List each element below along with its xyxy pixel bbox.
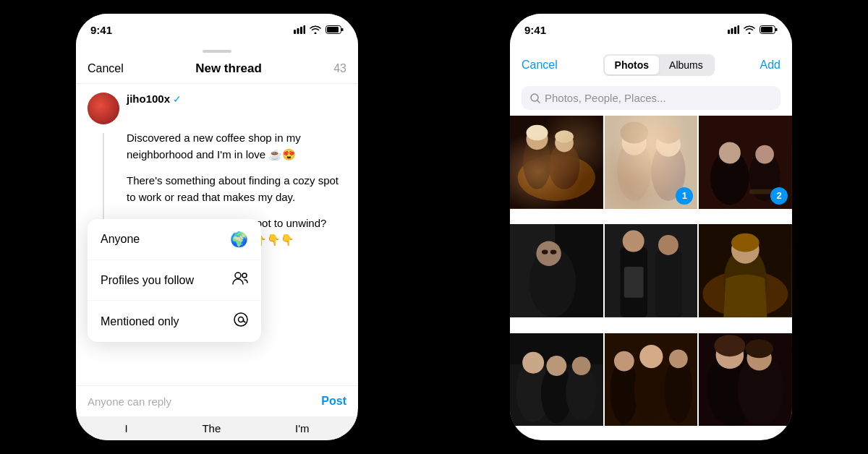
svg-rect-19 [510, 116, 603, 209]
svg-rect-5 [327, 27, 339, 33]
signal-icon [294, 25, 305, 34]
svg-point-10 [239, 317, 244, 322]
dropdown-item-anyone[interactable]: Anyone 🌍 [88, 219, 261, 260]
char-count: 43 [333, 62, 346, 75]
svg-rect-13 [734, 27, 736, 34]
svg-point-31 [620, 122, 648, 144]
photo-search-bar[interactable]: Photos, People, Places... [522, 86, 780, 110]
svg-point-30 [621, 130, 646, 155]
svg-rect-11 [728, 30, 730, 34]
photo-cell-9[interactable] [699, 333, 792, 427]
dropdown-item-profiles[interactable]: Profiles you follow [88, 260, 261, 301]
svg-rect-2 [300, 27, 302, 34]
thread-title: New thread [195, 61, 262, 76]
svg-point-74 [639, 345, 663, 368]
dropdown-overlay: Anyone 🌍 Profiles you follow [88, 219, 346, 342]
username-area: jiho100x ✓ [127, 93, 182, 105]
wifi-icon-right [744, 25, 755, 34]
profiles-icon [232, 272, 248, 288]
dropdown-label-profiles: Profiles you follow [101, 274, 194, 287]
svg-point-83 [715, 335, 746, 356]
tab-photos[interactable]: Photos [605, 56, 659, 74]
battery-icon [326, 25, 344, 34]
search-placeholder: Photos, People, Places... [545, 92, 666, 104]
svg-point-20 [518, 155, 595, 201]
wifi-icon [310, 25, 321, 34]
svg-rect-27 [605, 116, 698, 209]
svg-rect-50 [605, 224, 698, 317]
status-time-right: 9:41 [524, 24, 546, 36]
photo-cell-5[interactable] [605, 224, 698, 317]
svg-point-72 [614, 351, 634, 371]
photo-cell-8[interactable] [605, 333, 698, 427]
dropdown-label-anyone: Anyone [101, 233, 140, 246]
post-header: jiho100x ✓ [88, 93, 346, 124]
photo-cell-1[interactable] [510, 116, 603, 209]
svg-rect-6 [341, 28, 344, 31]
svg-rect-0 [294, 30, 296, 34]
svg-point-49 [550, 250, 557, 254]
svg-rect-1 [297, 28, 299, 34]
suggestion-2[interactable]: The [202, 422, 221, 434]
svg-point-29 [617, 139, 651, 201]
svg-point-25 [527, 125, 548, 140]
svg-point-23 [549, 143, 580, 189]
svg-point-76 [669, 349, 688, 368]
photo-cell-3[interactable]: 2 [699, 116, 792, 209]
thread-body: jiho100x ✓ Discovered a new coffee shop … [76, 84, 358, 385]
cancel-button[interactable]: Cancel [88, 62, 124, 75]
username-row: jiho100x ✓ [127, 93, 182, 105]
thread-footer: Anyone can reply Post [76, 385, 358, 416]
verified-icon: ✓ [173, 93, 182, 105]
photo-cell-7[interactable] [510, 333, 603, 427]
status-bar-right: 9:41 [510, 14, 792, 46]
status-icons-left [294, 25, 344, 34]
photo-cancel-button[interactable]: Cancel [522, 59, 558, 72]
photo-add-button[interactable]: Add [760, 59, 780, 72]
avatar [88, 93, 119, 124]
status-bar-left: 9:41 [76, 14, 358, 46]
status-icons-right [728, 25, 778, 34]
dropdown-item-mentioned[interactable]: Mentioned only [88, 301, 261, 342]
username: jiho100x [127, 93, 170, 105]
avatar-image [88, 93, 119, 124]
photo-cell-4[interactable] [510, 224, 603, 317]
svg-point-26 [555, 130, 574, 142]
svg-point-34 [655, 125, 680, 144]
svg-rect-14 [738, 25, 740, 34]
right-phone: 9:41 [434, 0, 868, 454]
signal-icon-right [728, 25, 739, 34]
svg-point-60 [731, 234, 760, 252]
post-text-2: There's something about finding a cozy s… [127, 173, 346, 205]
post-button[interactable]: Post [321, 395, 346, 408]
thread-header: Cancel New thread 43 [76, 53, 358, 84]
photo-cell-6[interactable] [699, 224, 792, 317]
search-icon [530, 93, 540, 103]
svg-point-9 [234, 313, 247, 326]
at-icon [234, 312, 248, 330]
photo-badge-2: 2 [770, 187, 788, 205]
svg-rect-12 [731, 28, 733, 34]
svg-rect-17 [775, 28, 778, 31]
photo-cell-2[interactable]: 1 [605, 116, 698, 209]
status-time-left: 9:41 [90, 24, 112, 36]
left-phone: 9:41 [0, 0, 434, 454]
suggestion-1[interactable]: I [124, 422, 127, 434]
post-text-1: Discovered a new coffee shop in my neigh… [127, 130, 346, 163]
svg-rect-28 [605, 116, 698, 209]
svg-point-64 [522, 351, 544, 373]
tab-albums[interactable]: Albums [659, 56, 713, 74]
svg-point-8 [242, 273, 247, 278]
globe-icon: 🌍 [230, 231, 248, 248]
suggestion-3[interactable]: I'm [295, 422, 310, 434]
svg-point-38 [719, 142, 741, 163]
svg-point-68 [572, 356, 591, 375]
svg-point-33 [655, 132, 680, 157]
svg-point-52 [622, 231, 644, 252]
svg-rect-16 [761, 27, 773, 33]
svg-point-40 [756, 145, 775, 164]
svg-point-47 [536, 241, 561, 266]
svg-point-48 [542, 250, 548, 254]
photo-grid: 1 2 [510, 116, 792, 440]
photo-badge-1: 1 [676, 187, 693, 205]
